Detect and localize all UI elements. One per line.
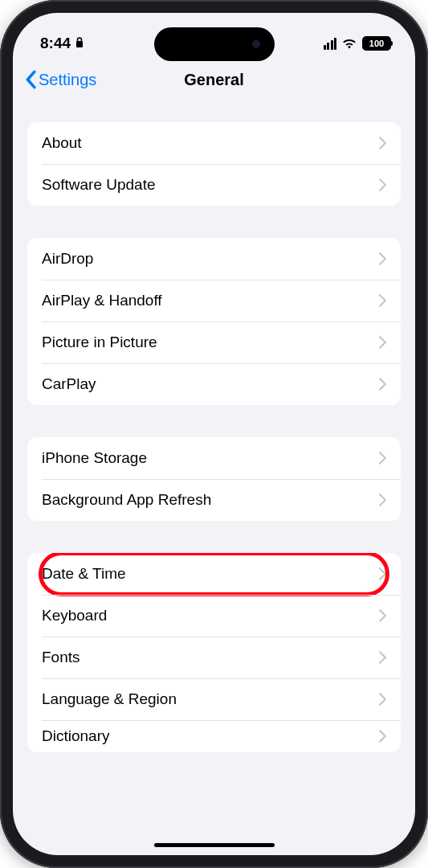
row-label: Picture in Picture xyxy=(42,334,157,351)
dynamic-island xyxy=(154,27,275,61)
row-software-update[interactable]: Software Update xyxy=(27,164,401,206)
settings-group: iPhone Storage Background App Refresh xyxy=(27,437,401,521)
row-label: AirPlay & Handoff xyxy=(42,292,162,309)
row-dictionary[interactable]: Dictionary xyxy=(27,720,401,752)
chevron-right-icon xyxy=(379,567,386,580)
chevron-right-icon xyxy=(379,378,386,391)
row-label: AirDrop xyxy=(42,250,93,268)
row-label: Date & Time xyxy=(42,565,126,583)
settings-group: AirDrop AirPlay & Handoff Picture in Pic… xyxy=(27,238,401,405)
settings-group: About Software Update xyxy=(27,122,401,206)
cellular-signal-icon xyxy=(324,38,337,50)
row-label: Software Update xyxy=(42,176,156,194)
status-time: 8:44 xyxy=(40,35,71,52)
row-background-app-refresh[interactable]: Background App Refresh xyxy=(27,479,401,521)
settings-list: About Software Update AirDrop AirPlay & … xyxy=(13,100,415,752)
settings-group: Date & Time Keyboard Fonts Language & Re… xyxy=(27,553,401,752)
battery-indicator: 100 xyxy=(362,36,391,51)
row-label: Dictionary xyxy=(42,727,109,745)
row-carplay[interactable]: CarPlay xyxy=(27,363,401,405)
row-label: About xyxy=(42,134,82,152)
row-keyboard[interactable]: Keyboard xyxy=(27,595,401,637)
row-fonts[interactable]: Fonts xyxy=(27,637,401,678)
chevron-right-icon xyxy=(379,609,386,622)
row-label: iPhone Storage xyxy=(42,449,147,467)
back-button[interactable]: Settings xyxy=(24,70,96,89)
chevron-left-icon xyxy=(24,70,37,89)
row-picture-in-picture[interactable]: Picture in Picture xyxy=(27,321,401,363)
chevron-right-icon xyxy=(379,252,386,265)
home-indicator[interactable] xyxy=(154,843,275,847)
row-label: CarPlay xyxy=(42,375,96,393)
row-iphone-storage[interactable]: iPhone Storage xyxy=(27,437,401,479)
chevron-right-icon xyxy=(379,178,386,191)
row-language-region[interactable]: Language & Region xyxy=(27,678,401,720)
battery-level: 100 xyxy=(369,39,384,48)
screen: 8:44 100 Settings xyxy=(13,13,415,855)
page-title: General xyxy=(184,71,243,89)
row-airdrop[interactable]: AirDrop xyxy=(27,238,401,280)
chevron-right-icon xyxy=(379,294,386,307)
chevron-right-icon xyxy=(379,137,386,149)
row-label: Fonts xyxy=(42,649,80,666)
back-label: Settings xyxy=(39,71,96,89)
chevron-right-icon xyxy=(379,493,386,506)
row-airplay-handoff[interactable]: AirPlay & Handoff xyxy=(27,280,401,321)
row-label: Language & Region xyxy=(42,690,177,708)
chevron-right-icon xyxy=(379,693,386,706)
chevron-right-icon xyxy=(379,452,386,465)
row-date-time[interactable]: Date & Time xyxy=(27,553,401,595)
chevron-right-icon xyxy=(379,651,386,664)
lock-icon xyxy=(75,35,84,52)
row-label: Keyboard xyxy=(42,607,107,624)
nav-bar: Settings General xyxy=(13,59,415,100)
chevron-right-icon xyxy=(379,336,386,349)
chevron-right-icon xyxy=(379,730,386,743)
row-label: Background App Refresh xyxy=(42,491,211,509)
wifi-icon xyxy=(341,38,357,49)
row-about[interactable]: About xyxy=(27,122,401,164)
device-frame: 8:44 100 Settings xyxy=(0,0,428,868)
